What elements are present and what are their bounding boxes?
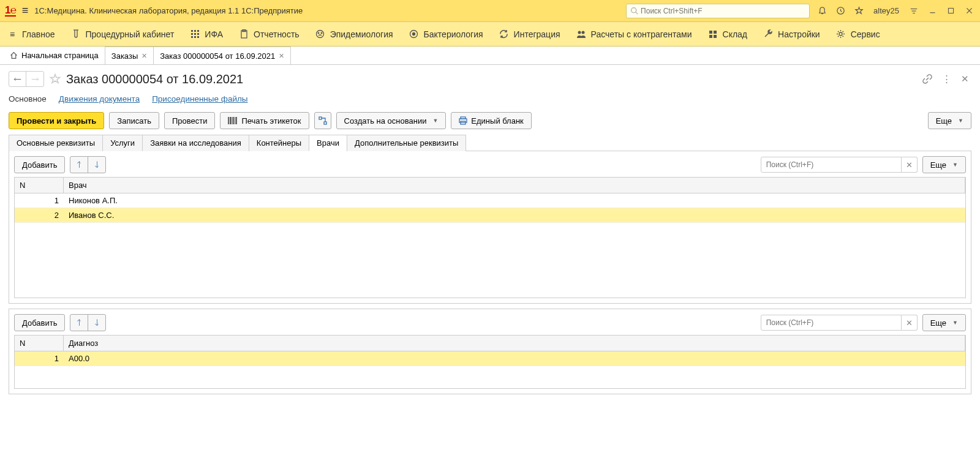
svg-rect-12: [194, 30, 196, 32]
create-based-label: Создать на основании: [344, 116, 427, 126]
close-window-icon[interactable]: [963, 5, 975, 17]
svg-rect-32: [714, 35, 717, 38]
chevron-down-icon: ▼: [958, 118, 963, 124]
form-tab-extra-req[interactable]: Дополнительные реквизиты: [347, 135, 466, 151]
history-icon[interactable]: [834, 5, 846, 17]
search-clear-icon[interactable]: ✕: [902, 157, 918, 173]
nav-tab-orders[interactable]: Заказы ✕: [105, 47, 154, 64]
single-form-button[interactable]: Единый бланк: [451, 112, 531, 129]
form-tab-services[interactable]: Услуги: [102, 135, 143, 151]
menu-epi-label: Эпидемиология: [330, 29, 393, 39]
user-label[interactable]: altey25: [873, 6, 899, 15]
close-panel-icon[interactable]: ✕: [959, 73, 971, 84]
form-tab-containers[interactable]: Контейнеры: [249, 135, 309, 151]
doctors-table-header: N Врач: [15, 178, 965, 193]
print-labels-label: Печать этикеток: [241, 116, 301, 126]
close-icon[interactable]: ✕: [279, 52, 284, 60]
move-up-button[interactable]: 🡑: [70, 156, 88, 173]
barcode-icon: [228, 116, 238, 125]
menu-bacteriology[interactable]: Бактериология: [409, 29, 483, 39]
svg-rect-11: [191, 30, 193, 32]
target-icon: [409, 29, 419, 39]
favorite-star-icon[interactable]: [49, 73, 61, 85]
wrench-icon: [763, 29, 773, 39]
diagnosis-table-header: N Диагноз: [15, 336, 965, 351]
svg-point-33: [839, 32, 842, 36]
move-down-button[interactable]: 🡓: [88, 156, 106, 173]
nav-home[interactable]: Начальная страница: [4, 47, 105, 64]
nav-back-button[interactable]: 🡐: [9, 72, 26, 86]
link-icon[interactable]: [920, 74, 935, 84]
global-search-input[interactable]: [641, 7, 805, 15]
global-search[interactable]: [626, 4, 810, 18]
print-labels-button[interactable]: Печать этикеток: [220, 112, 309, 129]
doctors-more-button[interactable]: Еще ▼: [922, 156, 966, 173]
svg-rect-15: [194, 33, 196, 35]
doctors-table: N Врач 1 Никонов А.П. 2 Иванов С.С.: [14, 177, 966, 298]
action-toolbar: Провести и закрыть Записать Провести Печ…: [9, 112, 971, 129]
menu-ifa[interactable]: ИФА: [190, 29, 223, 39]
add-diagnosis-button[interactable]: Добавить: [14, 314, 65, 331]
more-button[interactable]: Еще ▼: [928, 112, 971, 129]
move-up-button[interactable]: 🡑: [70, 314, 88, 331]
diagnosis-more-label: Еще: [930, 318, 946, 328]
form-tab-main-req[interactable]: Основные реквизиты: [9, 135, 103, 151]
diagnosis-more-button[interactable]: Еще ▼: [922, 314, 966, 331]
col-n-header[interactable]: N: [15, 178, 64, 193]
post-button[interactable]: Провести: [164, 112, 216, 129]
main-menu-icon[interactable]: ≡: [22, 4, 29, 17]
nav-home-label: Начальная страница: [21, 51, 99, 60]
svg-rect-14: [191, 33, 193, 35]
menu-integration[interactable]: Интеграция: [499, 29, 560, 39]
diagnosis-search-input[interactable]: [761, 315, 902, 331]
nav-forward-button[interactable]: 🡒: [26, 72, 43, 86]
svg-rect-13: [197, 30, 199, 32]
menu-epidemiology[interactable]: Эпидемиология: [315, 29, 393, 39]
menu-contractors[interactable]: Расчеты с контрагентами: [576, 29, 692, 39]
bell-icon[interactable]: [816, 5, 828, 17]
table-row[interactable]: 2 Иванов С.С.: [15, 208, 965, 223]
subnav-movements[interactable]: Движения документа: [59, 94, 140, 103]
menu-reports[interactable]: Отчетность: [239, 29, 300, 39]
write-button[interactable]: Записать: [109, 112, 159, 129]
search-clear-icon[interactable]: ✕: [902, 315, 918, 331]
col-doctor-header[interactable]: Врач: [64, 178, 965, 193]
kebab-menu-icon[interactable]: ⋮: [940, 73, 954, 84]
star-icon[interactable]: [853, 5, 865, 17]
col-n-header[interactable]: N: [15, 336, 64, 351]
menu-service[interactable]: Сервис: [836, 29, 880, 39]
page-header: 🡐 🡒 Заказ 000000054 от 16.09.2021 ⋮ ✕: [9, 71, 971, 87]
table-row[interactable]: 1 Никонов А.П.: [15, 193, 965, 208]
menu-main[interactable]: ≡ Главное: [7, 29, 55, 39]
doctors-search: ✕: [761, 157, 918, 173]
arrow-up-icon: 🡑: [75, 318, 83, 328]
subnav-main[interactable]: Основное: [9, 94, 47, 103]
doctors-toolbar: Добавить 🡑 🡓 ✕ Еще ▼: [14, 156, 966, 173]
structure-button[interactable]: [314, 112, 331, 129]
arrow-up-icon: 🡑: [75, 160, 83, 170]
create-based-button[interactable]: Создать на основании ▼: [336, 112, 447, 129]
menu-contr-label: Расчеты с контрагентами: [591, 29, 692, 39]
add-doctor-button[interactable]: Добавить: [14, 156, 65, 173]
svg-rect-18: [194, 36, 196, 38]
nav-tabs: Начальная страница Заказы ✕ Заказ 000000…: [0, 47, 980, 65]
doctors-search-input[interactable]: [761, 157, 902, 173]
menu-procedure[interactable]: Процедурный кабинет: [71, 29, 175, 39]
close-icon[interactable]: ✕: [141, 52, 147, 60]
minimize-icon[interactable]: [926, 5, 938, 17]
col-diag-header[interactable]: Диагноз: [64, 336, 965, 351]
menu-settings[interactable]: Настройки: [763, 29, 820, 39]
form-tab-doctors[interactable]: Врачи: [309, 135, 347, 151]
subnav-files[interactable]: Присоединенные файлы: [152, 94, 247, 103]
nav-tab-orders-label: Заказы: [111, 51, 138, 61]
menu-warehouse[interactable]: Склад: [708, 29, 748, 39]
move-down-button[interactable]: 🡓: [88, 314, 106, 331]
filter-icon[interactable]: [908, 5, 920, 17]
maximize-icon[interactable]: [944, 5, 957, 17]
nav-tab-order[interactable]: Заказ 000000054 от 16.09.2021 ✕: [154, 47, 291, 64]
post-and-close-button[interactable]: Провести и закрыть: [9, 112, 104, 129]
form-tab-requests[interactable]: Заявки на исследования: [142, 135, 249, 151]
chevron-down-icon: ▼: [952, 162, 958, 168]
table-row[interactable]: 1 A00.0: [15, 351, 965, 366]
arrow-down-icon: 🡓: [93, 160, 101, 170]
